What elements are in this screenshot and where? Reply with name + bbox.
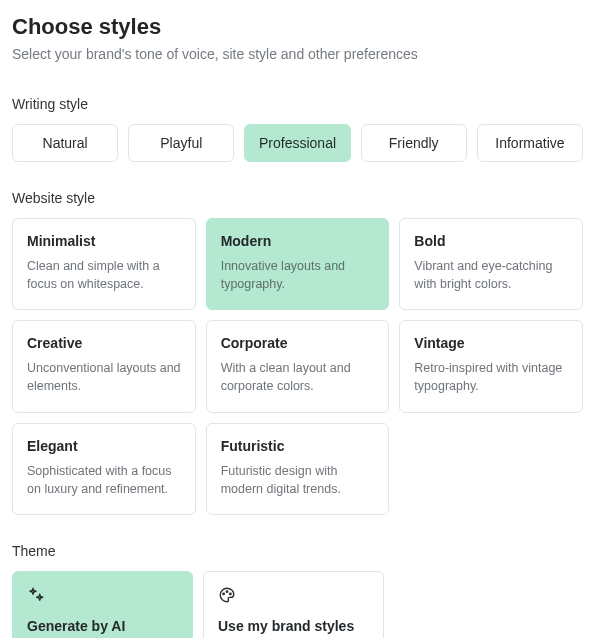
writing-option-playful[interactable]: Playful <box>128 124 234 162</box>
card-title: Bold <box>414 233 568 249</box>
svg-point-2 <box>230 593 232 595</box>
page-title: Choose styles <box>12 14 583 40</box>
card-title: Modern <box>221 233 375 249</box>
website-style-grid: Minimalist Clean and simple with a focus… <box>12 218 583 515</box>
card-title: Futuristic <box>221 438 375 454</box>
palette-icon <box>218 586 236 604</box>
website-option-creative[interactable]: Creative Unconventional layouts and elem… <box>12 320 196 412</box>
card-title: Elegant <box>27 438 181 454</box>
writing-option-natural[interactable]: Natural <box>12 124 118 162</box>
page-subtitle: Select your brand's tone of voice, site … <box>12 46 583 62</box>
website-option-futuristic[interactable]: Futuristic Futuristic design with modern… <box>206 423 390 515</box>
website-option-vintage[interactable]: Vintage Retro-inspired with vintage typo… <box>399 320 583 412</box>
card-desc: Futuristic design with modern digital tr… <box>221 462 375 498</box>
card-desc: Retro-inspired with vintage typography. <box>414 359 568 395</box>
writing-style-label: Writing style <box>12 96 583 112</box>
writing-style-row: Natural Playful Professional Friendly In… <box>12 124 583 162</box>
card-desc: With a clean layout and corporate colors… <box>221 359 375 395</box>
theme-option-brand-styles[interactable]: Use my brand styles <box>203 571 384 638</box>
theme-option-generate-ai[interactable]: Generate by AI <box>12 571 193 638</box>
website-option-elegant[interactable]: Elegant Sophisticated with a focus on lu… <box>12 423 196 515</box>
website-option-modern[interactable]: Modern Innovative layouts and typography… <box>206 218 390 310</box>
card-desc: Clean and simple with a focus on whitesp… <box>27 257 181 293</box>
website-style-label: Website style <box>12 190 583 206</box>
theme-card-title: Use my brand styles <box>218 618 369 634</box>
theme-row: Generate by AI Use my brand styles <box>12 571 583 638</box>
card-desc: Vibrant and eye-catching with bright col… <box>414 257 568 293</box>
svg-point-1 <box>226 591 228 593</box>
writing-option-friendly[interactable]: Friendly <box>361 124 467 162</box>
card-title: Minimalist <box>27 233 181 249</box>
website-option-bold[interactable]: Bold Vibrant and eye-catching with brigh… <box>399 218 583 310</box>
theme-label: Theme <box>12 543 583 559</box>
card-title: Creative <box>27 335 181 351</box>
svg-point-0 <box>223 593 225 595</box>
card-title: Corporate <box>221 335 375 351</box>
card-title: Vintage <box>414 335 568 351</box>
theme-card-title: Generate by AI <box>27 618 178 634</box>
card-desc: Innovative layouts and typography. <box>221 257 375 293</box>
card-desc: Sophisticated with a focus on luxury and… <box>27 462 181 498</box>
card-desc: Unconventional layouts and elements. <box>27 359 181 395</box>
website-option-minimalist[interactable]: Minimalist Clean and simple with a focus… <box>12 218 196 310</box>
sparkle-icon <box>27 586 45 604</box>
writing-option-informative[interactable]: Informative <box>477 124 583 162</box>
writing-option-professional[interactable]: Professional <box>244 124 350 162</box>
website-option-corporate[interactable]: Corporate With a clean layout and corpor… <box>206 320 390 412</box>
